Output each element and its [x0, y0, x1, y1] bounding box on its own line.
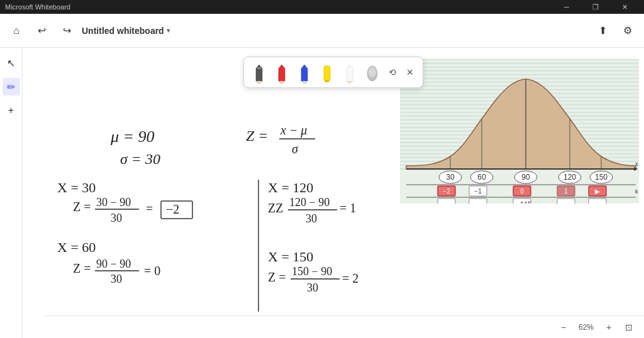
zoom-out-button[interactable]: − [556, 320, 571, 335]
svg-rect-2 [257, 67, 261, 69]
svg-text:30 − 90: 30 − 90 [96, 196, 131, 209]
svg-text:X = 60: X = 60 [57, 239, 96, 255]
whiteboard: ⟲ ✕ μ = 90 σ = 30 Z = x − μ σ X = 30 Z =… [23, 48, 644, 338]
svg-text:σ: σ [292, 142, 299, 156]
svg-point-12 [369, 67, 376, 77]
svg-marker-10 [347, 81, 353, 84]
add-object-button[interactable]: + [3, 102, 20, 119]
red-pen-tool[interactable] [273, 61, 291, 84]
close-pen-toolbar-button[interactable]: ✕ [404, 66, 416, 79]
svg-text:30: 30 [306, 212, 317, 225]
app-title: Microsoft Whiteboard [5, 3, 70, 11]
bottom-bar: − 62% + ⊡ [45, 315, 644, 338]
svg-marker-5 [301, 65, 308, 84]
svg-text:= 1: = 1 [340, 201, 356, 215]
yellow-marker-tool[interactable] [318, 61, 336, 84]
svg-rect-8 [325, 80, 329, 82]
left-sidebar: ↖ ✏ + [0, 48, 23, 338]
canvas-area[interactable]: ⟲ ✕ μ = 90 σ = 30 Z = x − μ σ X = 30 Z =… [23, 48, 644, 338]
svg-text:115: 115 [520, 200, 531, 204]
restore-button[interactable]: ❐ [581, 0, 610, 14]
normal-distribution-chart: 30 60 90 120 150 x [400, 59, 639, 204]
svg-text:90 − 90: 90 − 90 [96, 258, 131, 270]
redo-button[interactable]: ↪ [57, 21, 77, 41]
home-button[interactable]: ⌂ [6, 21, 26, 41]
svg-rect-81 [469, 199, 487, 204]
chevron-down-icon: ▾ [167, 27, 170, 34]
fit-to-screen-button[interactable]: ⊡ [621, 320, 636, 335]
svg-text:150 − 90: 150 − 90 [292, 265, 332, 278]
select-tool-button[interactable]: ↖ [3, 54, 20, 72]
minimize-button[interactable]: ─ [552, 0, 581, 14]
svg-text:X = 150: X = 150 [268, 249, 313, 264]
svg-text:μ = 90: μ = 90 [110, 128, 155, 146]
svg-text:Z =: Z = [268, 270, 286, 284]
svg-text:−2: −2 [166, 202, 179, 216]
svg-text:x − μ: x − μ [280, 123, 307, 138]
svg-text:60: 60 [477, 173, 486, 182]
toolbar-right: ⬆ ⚙ [592, 21, 638, 41]
svg-text:= 0: = 0 [144, 264, 160, 278]
svg-text:120 − 90: 120 − 90 [289, 196, 330, 209]
zoom-in-button[interactable]: + [601, 320, 616, 335]
settings-button[interactable]: ⚙ [618, 21, 638, 41]
svg-text:120: 120 [564, 173, 576, 182]
svg-marker-9 [347, 65, 353, 84]
svg-rect-80 [438, 199, 455, 204]
svg-text:30: 30 [307, 281, 318, 294]
lasso-tool-button[interactable]: ⟲ [386, 66, 399, 79]
undo-button[interactable]: ↩ [31, 21, 52, 41]
svg-text:90: 90 [521, 173, 530, 182]
svg-text:−2: −2 [443, 188, 450, 195]
svg-text:x: x [635, 161, 638, 167]
pen-toolbar: ⟲ ✕ [243, 57, 423, 88]
svg-text:Z =: Z = [246, 128, 269, 144]
pen-tool-button[interactable]: ✏ [3, 78, 20, 95]
white-pen-tool[interactable] [341, 61, 358, 84]
svg-text:30: 30 [111, 212, 122, 224]
svg-marker-3 [279, 65, 285, 84]
svg-rect-84 [589, 199, 606, 204]
svg-text:k: k [635, 188, 638, 195]
title-bar: Microsoft Whiteboard ─ ❐ ✕ [0, 0, 644, 14]
svg-rect-7 [324, 66, 330, 81]
pencil-dark-tool[interactable] [250, 61, 268, 84]
svg-marker-6 [301, 81, 308, 84]
toolbar-row: ⌂ ↩ ↪ Untitled whiteboard ▾ ⬆ ⚙ [0, 14, 644, 48]
svg-text:0: 0 [520, 188, 524, 195]
document-title[interactable]: Untitled whiteboard ▾ [82, 26, 170, 36]
svg-text:=: = [146, 202, 153, 215]
svg-text:σ = 30: σ = 30 [120, 151, 160, 167]
svg-rect-83 [557, 199, 575, 204]
gray-pen-tool[interactable] [364, 61, 381, 84]
svg-text:= 2: = 2 [342, 271, 358, 285]
zoom-level: 62% [576, 323, 596, 332]
close-button[interactable]: ✕ [610, 0, 639, 14]
svg-text:▶: ▶ [595, 188, 600, 195]
title-bar-left: Microsoft Whiteboard [5, 3, 70, 11]
svg-text:Z =: Z = [73, 261, 91, 275]
svg-text:150: 150 [595, 173, 608, 182]
window-controls: ─ ❐ ✕ [552, 0, 639, 14]
svg-text:ZZ: ZZ [268, 201, 283, 215]
svg-text:X = 30: X = 30 [57, 180, 96, 195]
svg-text:−1: −1 [474, 188, 482, 195]
share-button[interactable]: ⬆ [592, 21, 613, 41]
svg-text:1: 1 [564, 188, 568, 195]
svg-marker-1 [256, 81, 262, 84]
svg-text:30: 30 [446, 173, 455, 182]
svg-text:X = 120: X = 120 [268, 180, 313, 195]
blue-pen-tool[interactable] [296, 61, 313, 84]
svg-text:Z =: Z = [73, 200, 91, 214]
doc-title-text: Untitled whiteboard [82, 26, 164, 36]
svg-marker-4 [279, 81, 285, 84]
svg-text:30: 30 [111, 273, 122, 285]
